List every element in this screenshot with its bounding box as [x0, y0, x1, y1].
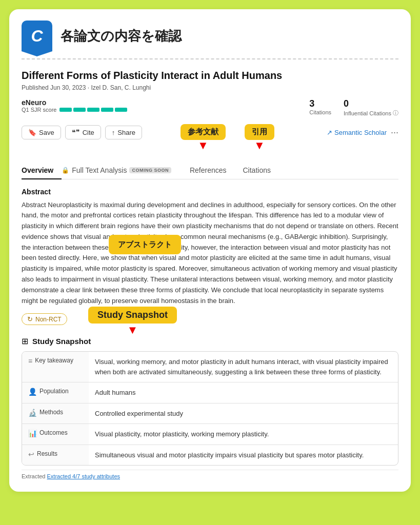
methods-label: Methods — [39, 409, 63, 416]
snapshot-section: Study Snapshot ▼ ⊞ Study Snapshot ≡ Key … — [22, 336, 398, 479]
action-area: 🔖 Save ❝❞ Cite ↑ Share ↗ Semantic Schola… — [22, 125, 398, 139]
non-rct-tag[interactable]: ↻ Non-RCT — [22, 313, 67, 325]
snapshot-header: ⊞ Study Snapshot — [22, 336, 398, 346]
snapshot-callout: Study Snapshot — [88, 307, 177, 324]
header-divider — [22, 58, 398, 59]
results-label-cell: ↩ Results — [22, 445, 89, 466]
key-takeaway-value: Visual, working memory, and motor plasti… — [89, 352, 398, 382]
snapshot-row-results: ↩ Results Simultaneous visual and motor … — [22, 445, 398, 466]
extracted-link[interactable]: Extracted 4/7 study attributes — [47, 473, 120, 479]
abstract-text: Abstract Neuroplasticity is maximal duri… — [22, 200, 398, 307]
sjr-bar-1 — [59, 108, 72, 112]
lock-icon: 🔒 — [62, 167, 69, 174]
results-value: Simultaneous visual and motor plasticity… — [89, 445, 398, 466]
sjr-bar-5 — [115, 108, 127, 112]
population-value: Adult humans — [89, 382, 398, 403]
sjr-row: Q1 SJR score — [22, 107, 127, 113]
snapshot-table: ≡ Key takeaway Visual, working memory, a… — [22, 351, 398, 466]
population-icon: 👤 — [28, 388, 37, 396]
outcomes-value: Visual plasticity, motor plasticity, wor… — [89, 424, 398, 445]
citations-block: 3 Citations — [309, 98, 331, 117]
influential-block: 0 Influential Citations ⓘ — [344, 98, 398, 117]
references-callout-area: 参考文献 ▼ — [181, 124, 226, 151]
citations-callout-area: 引用 ▼ — [245, 124, 274, 151]
population-label-cell: 👤 Population — [22, 382, 89, 403]
snapshot-title: Study Snapshot — [32, 337, 91, 346]
references-callout: 参考文献 — [181, 124, 226, 140]
snapshot-callout-area: Study Snapshot ▼ — [88, 307, 177, 337]
snapshot-row-outcomes: 📊 Outcomes Visual plasticity, motor plas… — [22, 424, 398, 445]
outcomes-label: Outcomes — [39, 429, 68, 436]
info-icon: ⓘ — [393, 109, 398, 117]
citations-label: Citations — [309, 109, 331, 115]
methods-icon: 🔬 — [28, 409, 37, 417]
tabs-row: Overview 🔒 Full Text Analysis COMING SOO… — [22, 162, 398, 179]
citations-callout: 引用 — [245, 124, 274, 140]
journal-left: eNeuro Q1 SJR score — [22, 98, 127, 113]
share-icon: ↑ — [112, 129, 115, 136]
abstract-callout: アブストラクト — [109, 235, 181, 254]
sjr-bar-4 — [101, 108, 113, 112]
citations-right: 3 Citations 0 Influential Citations ⓘ — [309, 98, 398, 117]
abstract-section: Abstract Abstract Neuroplasticity is max… — [22, 188, 398, 307]
logo-letter: C — [31, 27, 43, 46]
tab-overview[interactable]: Overview — [22, 162, 62, 179]
outcomes-label-cell: 📊 Outcomes — [22, 424, 89, 445]
key-takeaway-label-cell: ≡ Key takeaway — [22, 352, 89, 382]
coming-soon-badge: COMING SOON — [129, 167, 171, 173]
methods-value: Controlled experimental study — [89, 403, 398, 424]
snapshot-icon: ⊞ — [22, 336, 28, 346]
results-label: Results — [37, 450, 57, 457]
extracted-footer: Extracted Extracted 4/7 study attributes — [22, 470, 398, 479]
tab-references[interactable]: References — [190, 162, 235, 178]
article-meta: Published Jun 30, 2023 · Izel D. San, C.… — [22, 84, 398, 91]
influential-label: Influential Citations ⓘ — [344, 109, 398, 117]
cite-button[interactable]: ❝❞ Cite — [65, 125, 101, 139]
key-takeaway-label: Key takeaway — [35, 357, 73, 364]
main-card: C 各論文の内容を確認 Different Forms of Plasticit… — [9, 9, 411, 492]
external-link-icon: ↗ — [327, 129, 332, 136]
snapshot-callout-arrow: ▼ — [88, 324, 177, 337]
sjr-label: Q1 SJR score — [22, 107, 56, 113]
snapshot-row-population: 👤 Population Adult humans — [22, 382, 398, 403]
header: C 各論文の内容を確認 — [22, 21, 398, 51]
abstract-label: Abstract — [22, 188, 398, 196]
tab-citations[interactable]: Citations — [243, 162, 279, 178]
rotate-icon: ↻ — [27, 315, 33, 323]
share-button[interactable]: ↑ Share — [105, 126, 142, 139]
logo: C — [22, 21, 52, 51]
snapshot-row-key: ≡ Key takeaway Visual, working memory, a… — [22, 352, 398, 382]
save-button[interactable]: 🔖 Save — [22, 126, 61, 139]
semantic-scholar-link[interactable]: ↗ Semantic Scholar — [327, 129, 387, 136]
more-button[interactable]: ··· — [391, 127, 398, 138]
snapshot-row-methods: 🔬 Methods Controlled experimental study — [22, 403, 398, 425]
population-label: Population — [39, 388, 69, 395]
sjr-bar-2 — [73, 108, 86, 112]
sjr-bars — [59, 108, 127, 112]
bookmark-icon: 🔖 — [28, 129, 36, 136]
outcomes-icon: 📊 — [28, 429, 37, 437]
article-title: Different Forms of Plasticity Interact i… — [22, 69, 398, 82]
journal-row: eNeuro Q1 SJR score 3 Citations 0 — [22, 98, 398, 117]
cite-icon: ❝❞ — [72, 128, 80, 136]
references-callout-arrow: ▼ — [181, 140, 226, 151]
methods-label-cell: 🔬 Methods — [22, 403, 89, 424]
citations-count: 3 — [309, 98, 331, 109]
sjr-bar-3 — [87, 108, 99, 112]
key-takeaway-icon: ≡ — [28, 357, 32, 365]
tab-full-text[interactable]: 🔒 Full Text Analysis COMING SOON — [62, 162, 179, 178]
journal-name: eNeuro — [22, 98, 127, 107]
header-title: 各論文の内容を確認 — [61, 27, 182, 45]
results-icon: ↩ — [28, 450, 34, 458]
citations-callout-arrow: ▼ — [245, 140, 274, 151]
influential-count: 0 — [344, 98, 398, 109]
